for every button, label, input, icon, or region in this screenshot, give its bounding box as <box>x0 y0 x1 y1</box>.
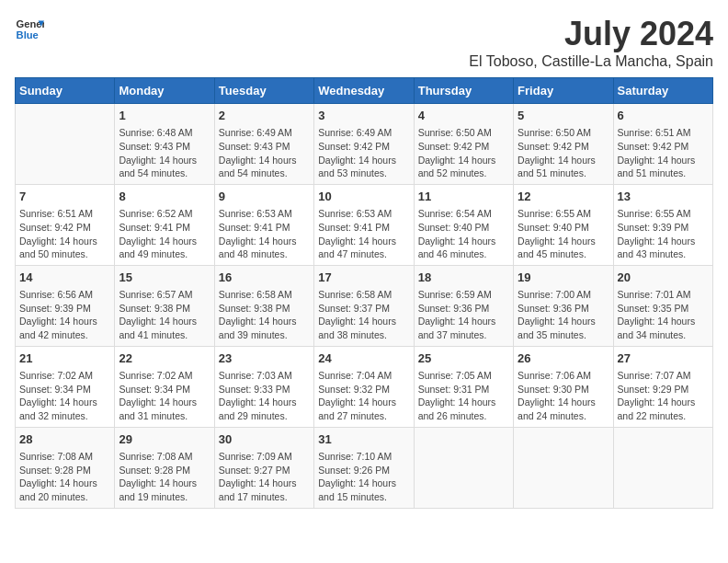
table-row: 31Sunrise: 7:10 AM Sunset: 9:26 PM Dayli… <box>314 427 414 508</box>
table-row: 22Sunrise: 7:02 AM Sunset: 9:34 PM Dayli… <box>115 346 214 427</box>
table-row: 6Sunrise: 6:51 AM Sunset: 9:42 PM Daylig… <box>613 104 712 185</box>
table-row: 2Sunrise: 6:49 AM Sunset: 9:43 PM Daylig… <box>214 104 313 185</box>
table-row: 26Sunrise: 7:06 AM Sunset: 9:30 PM Dayli… <box>514 346 613 427</box>
header-saturday: Saturday <box>613 78 712 104</box>
table-row: 10Sunrise: 6:53 AM Sunset: 9:41 PM Dayli… <box>314 184 414 265</box>
day-info: Sunrise: 7:04 AM Sunset: 9:32 PM Dayligh… <box>318 369 409 423</box>
table-row: 27Sunrise: 7:07 AM Sunset: 9:29 PM Dayli… <box>613 346 712 427</box>
day-number: 5 <box>518 108 609 124</box>
table-row: 8Sunrise: 6:52 AM Sunset: 9:41 PM Daylig… <box>115 184 214 265</box>
day-number: 10 <box>318 189 409 205</box>
table-row: 23Sunrise: 7:03 AM Sunset: 9:33 PM Dayli… <box>214 346 313 427</box>
day-number: 16 <box>219 270 310 286</box>
day-number: 9 <box>219 189 310 205</box>
day-number: 8 <box>119 189 210 205</box>
calendar-week-row: 14Sunrise: 6:56 AM Sunset: 9:39 PM Dayli… <box>16 265 713 346</box>
header-friday: Friday <box>514 78 613 104</box>
calendar-week-row: 28Sunrise: 7:08 AM Sunset: 9:28 PM Dayli… <box>16 427 713 508</box>
svg-text:General: General <box>17 18 44 29</box>
table-row: 19Sunrise: 7:00 AM Sunset: 9:36 PM Dayli… <box>514 265 613 346</box>
table-row: 12Sunrise: 6:55 AM Sunset: 9:40 PM Dayli… <box>514 184 613 265</box>
logo: General Blue <box>15 15 44 44</box>
table-row: 1Sunrise: 6:48 AM Sunset: 9:43 PM Daylig… <box>115 104 214 185</box>
table-row <box>613 427 712 508</box>
day-number: 4 <box>418 108 509 124</box>
day-number: 25 <box>418 350 509 367</box>
day-number: 11 <box>418 189 509 205</box>
logo-icon: General Blue <box>15 15 44 44</box>
day-info: Sunrise: 7:08 AM Sunset: 9:28 PM Dayligh… <box>19 450 110 504</box>
day-info: Sunrise: 7:06 AM Sunset: 9:30 PM Dayligh… <box>518 369 609 423</box>
day-info: Sunrise: 6:52 AM Sunset: 9:41 PM Dayligh… <box>119 207 210 261</box>
header: General Blue July 2024 El Toboso, Castil… <box>15 15 713 70</box>
day-info: Sunrise: 6:49 AM Sunset: 9:42 PM Dayligh… <box>318 126 409 180</box>
day-info: Sunrise: 7:02 AM Sunset: 9:34 PM Dayligh… <box>19 369 110 423</box>
day-info: Sunrise: 7:07 AM Sunset: 9:29 PM Dayligh… <box>618 369 709 423</box>
weekday-header-row: Sunday Monday Tuesday Wednesday Thursday… <box>16 78 713 104</box>
day-number: 27 <box>618 350 709 367</box>
day-number: 13 <box>618 189 709 205</box>
day-info: Sunrise: 6:50 AM Sunset: 9:42 PM Dayligh… <box>418 126 509 180</box>
table-row: 21Sunrise: 7:02 AM Sunset: 9:34 PM Dayli… <box>16 346 115 427</box>
day-number: 31 <box>318 431 409 448</box>
table-row: 9Sunrise: 6:53 AM Sunset: 9:41 PM Daylig… <box>214 184 313 265</box>
calendar-week-row: 7Sunrise: 6:51 AM Sunset: 9:42 PM Daylig… <box>16 184 713 265</box>
header-thursday: Thursday <box>414 78 513 104</box>
table-row <box>414 427 513 508</box>
table-row: 13Sunrise: 6:55 AM Sunset: 9:39 PM Dayli… <box>613 184 712 265</box>
day-number: 6 <box>618 108 709 124</box>
svg-text:Blue: Blue <box>17 29 39 40</box>
day-info: Sunrise: 7:00 AM Sunset: 9:36 PM Dayligh… <box>518 288 609 342</box>
day-number: 14 <box>19 270 110 286</box>
table-row: 15Sunrise: 6:57 AM Sunset: 9:38 PM Dayli… <box>115 265 214 346</box>
day-number: 3 <box>318 108 409 124</box>
day-info: Sunrise: 6:55 AM Sunset: 9:39 PM Dayligh… <box>618 207 709 261</box>
day-number: 21 <box>19 350 110 367</box>
header-sunday: Sunday <box>16 78 115 104</box>
day-info: Sunrise: 6:53 AM Sunset: 9:41 PM Dayligh… <box>219 207 310 261</box>
calendar-body: 1Sunrise: 6:48 AM Sunset: 9:43 PM Daylig… <box>16 104 713 509</box>
day-number: 2 <box>219 108 310 124</box>
day-number: 30 <box>219 431 310 448</box>
day-number: 17 <box>318 270 409 286</box>
table-row: 18Sunrise: 6:59 AM Sunset: 9:36 PM Dayli… <box>414 265 513 346</box>
day-info: Sunrise: 6:51 AM Sunset: 9:42 PM Dayligh… <box>19 207 110 261</box>
day-info: Sunrise: 6:49 AM Sunset: 9:43 PM Dayligh… <box>219 126 310 180</box>
calendar-header: Sunday Monday Tuesday Wednesday Thursday… <box>16 78 713 104</box>
day-number: 7 <box>19 189 110 205</box>
day-number: 28 <box>19 431 110 448</box>
day-info: Sunrise: 7:03 AM Sunset: 9:33 PM Dayligh… <box>219 369 310 423</box>
table-row: 28Sunrise: 7:08 AM Sunset: 9:28 PM Dayli… <box>16 427 115 508</box>
table-row: 16Sunrise: 6:58 AM Sunset: 9:38 PM Dayli… <box>214 265 313 346</box>
day-info: Sunrise: 7:01 AM Sunset: 9:35 PM Dayligh… <box>618 288 709 342</box>
calendar-table: Sunday Monday Tuesday Wednesday Thursday… <box>15 77 713 509</box>
calendar-week-row: 1Sunrise: 6:48 AM Sunset: 9:43 PM Daylig… <box>16 104 713 185</box>
day-number: 29 <box>119 431 210 448</box>
day-info: Sunrise: 7:05 AM Sunset: 9:31 PM Dayligh… <box>418 369 509 423</box>
table-row: 30Sunrise: 7:09 AM Sunset: 9:27 PM Dayli… <box>214 427 313 508</box>
table-row: 25Sunrise: 7:05 AM Sunset: 9:31 PM Dayli… <box>414 346 513 427</box>
header-wednesday: Wednesday <box>314 78 414 104</box>
day-info: Sunrise: 6:54 AM Sunset: 9:40 PM Dayligh… <box>418 207 509 261</box>
day-info: Sunrise: 6:55 AM Sunset: 9:40 PM Dayligh… <box>518 207 609 261</box>
table-row: 14Sunrise: 6:56 AM Sunset: 9:39 PM Dayli… <box>16 265 115 346</box>
calendar-week-row: 21Sunrise: 7:02 AM Sunset: 9:34 PM Dayli… <box>16 346 713 427</box>
calendar-title: July 2024 <box>469 15 713 53</box>
day-info: Sunrise: 6:59 AM Sunset: 9:36 PM Dayligh… <box>418 288 509 342</box>
day-number: 18 <box>418 270 509 286</box>
table-row: 11Sunrise: 6:54 AM Sunset: 9:40 PM Dayli… <box>414 184 513 265</box>
calendar-subtitle: El Toboso, Castille-La Mancha, Spain <box>469 53 713 70</box>
day-number: 26 <box>518 350 609 367</box>
table-row <box>16 104 115 185</box>
table-row <box>514 427 613 508</box>
day-number: 20 <box>618 270 709 286</box>
day-info: Sunrise: 7:02 AM Sunset: 9:34 PM Dayligh… <box>119 369 210 423</box>
day-info: Sunrise: 6:57 AM Sunset: 9:38 PM Dayligh… <box>119 288 210 342</box>
day-info: Sunrise: 7:09 AM Sunset: 9:27 PM Dayligh… <box>219 450 310 504</box>
day-info: Sunrise: 6:56 AM Sunset: 9:39 PM Dayligh… <box>19 288 110 342</box>
day-number: 15 <box>119 270 210 286</box>
day-number: 23 <box>219 350 310 367</box>
day-info: Sunrise: 6:58 AM Sunset: 9:38 PM Dayligh… <box>219 288 310 342</box>
table-row: 7Sunrise: 6:51 AM Sunset: 9:42 PM Daylig… <box>16 184 115 265</box>
day-info: Sunrise: 6:53 AM Sunset: 9:41 PM Dayligh… <box>318 207 409 261</box>
